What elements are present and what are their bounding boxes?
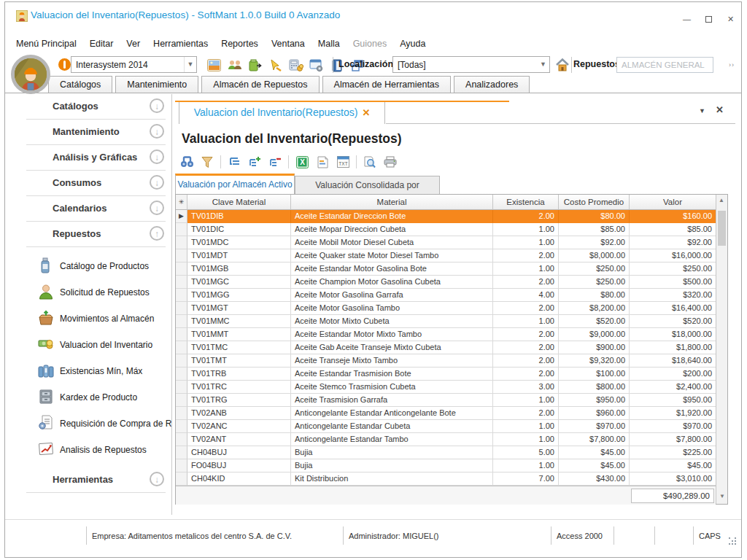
sidebar-item-requisici-n-de-compra-de-r-[interactable]: Requisición de Compra de R...: [6, 411, 171, 437]
table-row[interactable]: TV01TMCAceite Gab Aceite Transeje Mixto …: [176, 341, 716, 354]
table-row[interactable]: TV02ANTAnticongelante Estandar Tambo1.00…: [176, 433, 716, 446]
system-alert-icon[interactable]: [58, 58, 71, 71]
document-edit-icon[interactable]: [315, 155, 330, 169]
sidebar-section-mantenimiento[interactable]: Mantenimiento↓: [6, 120, 171, 144]
column-header-existencia[interactable]: Existencia: [493, 195, 559, 210]
users-icon[interactable]: [227, 58, 242, 73]
menu-item[interactable]: Ventana: [265, 36, 311, 52]
table-row[interactable]: TV01TMTAceite Transeje Mixto Tambo2.00$9…: [176, 354, 716, 368]
table-row[interactable]: TV01MDTAceite Quaker state Motor Diesel …: [176, 249, 716, 262]
document-tab[interactable]: Valuacion del Inventario(Repuestos)✕: [179, 102, 385, 124]
sidebar-section-calendarios[interactable]: Calendarios↓: [6, 196, 171, 221]
edit-cursor-icon[interactable]: [268, 58, 283, 73]
sidebar-section-an-lisis-y-gr-ficas[interactable]: Análisis y Gráficas↓: [6, 145, 171, 170]
resize-grip[interactable]: [729, 537, 738, 546]
menu-item[interactable]: Herramientas: [147, 36, 214, 52]
column-header-clave-material[interactable]: Clave Material: [187, 195, 291, 210]
sidebar-item-cat-logo-de-productos[interactable]: Catálogo de Productos: [6, 253, 171, 279]
menu-item[interactable]: Reportes: [214, 36, 265, 52]
repuestos-field[interactable]: ALMACÉN GENERAL: [616, 57, 713, 73]
toolbar-overflow-button[interactable]: ››: [729, 61, 735, 69]
sidebar-item-existencias-m-n-m-x[interactable]: Existencias Mín, Máx: [6, 358, 171, 384]
binoculars-icon[interactable]: [179, 155, 194, 169]
table-row[interactable]: ▶TV01DIBAceite Estandar Direccion Bote2.…: [176, 210, 716, 223]
sidebar-item-kardex-de-producto[interactable]: Kardex de Producto: [6, 384, 171, 411]
column-header-costo-promedio[interactable]: Costo Promedio: [559, 195, 630, 210]
ribbon-tab[interactable]: Almacén de Herramientas: [322, 76, 452, 93]
excel-icon[interactable]: X: [295, 155, 309, 169]
users-icon-glyph: [228, 59, 242, 72]
scroll-up-icon[interactable]: ▲: [719, 197, 724, 203]
table-row[interactable]: TV01MGGAceite Motor Gasolina Garrafa4.00…: [176, 289, 716, 302]
sidebar-item-analisis-de-repuestos[interactable]: Analisis de Repuestos: [6, 437, 171, 463]
table-row[interactable]: CH04KIDKit Distribucion7.00$430.00$3,010…: [176, 472, 716, 486]
ribbon-tab[interactable]: Mantenimiento: [115, 76, 198, 93]
txt-icon[interactable]: TXT: [336, 155, 350, 169]
table-row[interactable]: TV01MGBAceite Estandar Motor Gasolina Bo…: [176, 262, 716, 276]
excel-icon-glyph: X: [296, 156, 309, 168]
cell-existencia: 1.00: [493, 433, 559, 446]
table-row[interactable]: TV01MDCAceite Mobil Motor Diesel Cubeta1…: [176, 236, 716, 249]
localization-combo[interactable]: [Todas] ▼: [392, 56, 550, 73]
filter-icon[interactable]: [200, 155, 214, 169]
tree-expand-icon[interactable]: [247, 155, 262, 169]
row-indicator-cell: [176, 420, 187, 433]
column-header-material[interactable]: Material: [291, 195, 493, 210]
document-tab-close-icon[interactable]: ✕: [362, 107, 370, 118]
ribbon-tab[interactable]: Catálogos: [48, 76, 112, 93]
window-list-dropdown-icon[interactable]: ▼: [699, 104, 705, 117]
scroll-down-icon[interactable]: ▼: [719, 493, 725, 499]
table-row[interactable]: TV01TRGAceite Trasmision Garrafa1.00$950…: [176, 394, 716, 407]
menu-item[interactable]: Editar: [83, 36, 120, 52]
maximize-button[interactable]: [704, 15, 713, 24]
table-row[interactable]: TV02ANBAnticongelante Estandar Anticonge…: [176, 407, 716, 420]
sidebar-item-movimientos-al-almac-n[interactable]: Movimientos al Almacén: [6, 306, 171, 332]
close-button[interactable]: ✕: [726, 15, 735, 24]
menu-item[interactable]: Menú Principal: [9, 36, 83, 52]
ribbon-tab[interactable]: Almacén de Repuestos: [201, 76, 319, 93]
sidebar-section-consumos[interactable]: Consumos↓: [6, 171, 171, 195]
system-selector-combo[interactable]: Interasystem 2014 ▼: [71, 56, 197, 73]
minimize-button[interactable]: —: [682, 15, 692, 24]
table-row[interactable]: FO04BUJBujia1.00$45.00$45.00: [176, 459, 716, 472]
statusbar-separator: [614, 526, 614, 545]
cell-valor: $500.00: [630, 276, 716, 289]
sidebar-section-cat-logos[interactable]: Catálogos↓: [6, 94, 171, 119]
user-avatar[interactable]: [11, 55, 50, 94]
menu-item[interactable]: Guiones: [347, 36, 394, 52]
column-header-valor[interactable]: Valor: [630, 195, 716, 210]
table-row[interactable]: TV01DICAceite Mopar Direccion Cubeta1.00…: [176, 223, 716, 236]
cell-existencia: 2.00: [493, 354, 559, 368]
menu-item[interactable]: Malla: [311, 36, 347, 52]
printer-icon[interactable]: [383, 155, 398, 169]
home-icon[interactable]: [555, 58, 570, 75]
calculator-coins-icon[interactable]: [288, 58, 303, 73]
home-icon-glyph: [555, 58, 570, 72]
grid-vertical-scrollbar[interactable]: ▲ ▼: [716, 195, 727, 504]
sidebar-section-repuestos[interactable]: Repuestos↑: [6, 222, 171, 246]
table-row[interactable]: TV01TRCAceite Stemco Trasmision Cubeta3.…: [176, 381, 716, 394]
table-row[interactable]: CH04BUJBujia5.00$45.00$225.00: [176, 446, 716, 459]
menu-item[interactable]: Ayuda: [393, 36, 432, 52]
document-close-icon[interactable]: ✕: [716, 104, 724, 117]
table-row[interactable]: TV01MGTAceite Motor Gasolina Tambo2.00$8…: [176, 302, 716, 315]
view-tab-valuacion-almacen-activo[interactable]: Valuación por Almacén Activo: [175, 174, 295, 194]
scrollbar-thumb[interactable]: [718, 211, 726, 246]
view-tab-valuacion-consolidada[interactable]: Valuación Consolidada por Almacenes: [295, 176, 440, 194]
tree-list-icon[interactable]: [227, 155, 241, 169]
table-row[interactable]: TV01MMCAceite Motor Mixto Cubeta1.00$520…: [176, 315, 716, 328]
table-row[interactable]: TV02ANCAnticongelante Estandar Cubeta1.0…: [176, 420, 716, 433]
table-row[interactable]: TV01MMTAceite Estandar Motor Mixto Tambo…: [176, 328, 716, 341]
sidebar-section-herramientas[interactable]: Herramientas↓: [6, 467, 171, 492]
sidebar-item-valuacion-del-inventario[interactable]: Valuacion del Inventario: [6, 332, 171, 358]
sidebar-item-solicitud-de-repuestos[interactable]: Solicitud de Repuestos: [6, 279, 171, 306]
tree-collapse-icon[interactable]: [268, 155, 282, 169]
table-row[interactable]: TV01TRBAceite Estandar Trasmision Bote2.…: [176, 368, 716, 381]
image-icon[interactable]: [206, 58, 222, 73]
export-box-icon[interactable]: [247, 58, 263, 73]
window-settings-icon[interactable]: [309, 58, 324, 73]
menu-item[interactable]: Ver: [120, 36, 147, 52]
ribbon-tab[interactable]: Analizadores: [454, 76, 530, 93]
table-row[interactable]: TV01MGCAceite Champion Motor Gasolina Cu…: [176, 276, 716, 289]
print-preview-icon[interactable]: [363, 155, 377, 169]
